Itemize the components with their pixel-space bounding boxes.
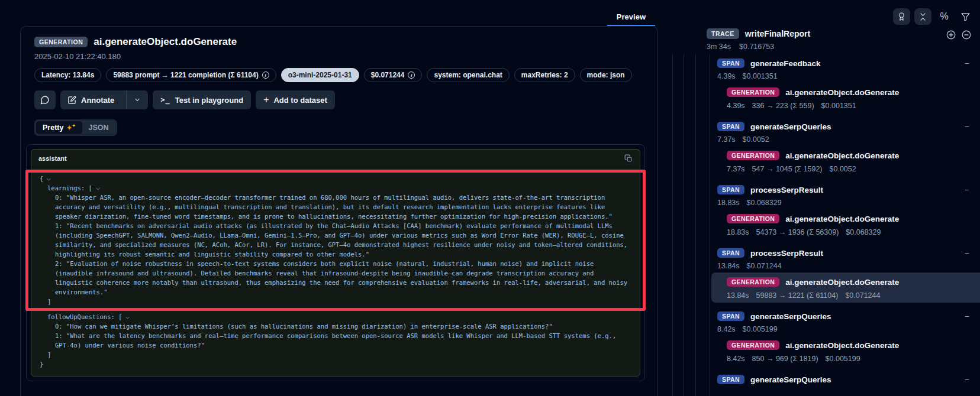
metadata-badge-label: system: openai.chat (434, 71, 502, 79)
add-to-dataset-button[interactable]: + Add to dataset (256, 90, 335, 109)
span-cost: $0.005199 (743, 325, 778, 333)
generation-row: GENERATIONai.generateObject.doGenerate (669, 85, 980, 100)
json-output: {learnings: [0: "Whisper ASR, an open-so… (31, 166, 640, 376)
span-cost: $0.001351 (743, 72, 778, 80)
filter-icon (960, 12, 971, 22)
assistant-message: assistant {learnings: [0: "Whisper ASR, … (31, 149, 640, 376)
generation-type-badge: GENERATION (727, 87, 779, 97)
metadata-badge-label: $0.071244 (371, 71, 405, 79)
expand-all-icon[interactable] (946, 30, 956, 40)
collapse-chevron-icon[interactable] (47, 177, 51, 181)
test-in-playground-button[interactable]: >_ Test in playground (153, 90, 251, 109)
metadata-badge[interactable]: mode: json (580, 68, 632, 82)
tree-group: SPANgenerateSerpQueries− (669, 372, 980, 387)
collapse-icon[interactable] (961, 30, 972, 40)
metadata-badge[interactable]: 59883 prompt → 1221 completion (Σ 61104)… (106, 68, 276, 82)
tree-item-span[interactable]: SPANgenerateSerpQueries− (669, 119, 980, 134)
span-stats: 18.83s$0.068329 (669, 197, 980, 208)
tree-item-generation[interactable]: GENERATIONai.generateObject.doGenerate8.… (669, 335, 980, 365)
tree-item-span[interactable]: SPANgenerateSerpQueries− (669, 309, 980, 324)
tree-item-generation[interactable]: GENERATIONai.generateObject.doGenerate7.… (669, 145, 980, 175)
collapse-chevron-icon[interactable] (125, 315, 130, 319)
chevron-down-icon (134, 96, 141, 103)
metadata-badge[interactable]: o3-mini-2025-01-31 (281, 68, 359, 82)
json-line-text: learnings: [ (47, 184, 92, 191)
metadata-badge[interactable]: $0.071244i (364, 68, 423, 82)
sidebar-toolbar: % (893, 8, 974, 25)
metadata-badge-label: mode: json (587, 71, 625, 79)
observation-tree: SPANgenerateFeedback−4.39s$0.001351GENER… (669, 56, 980, 394)
tree-group: SPANprocessSerpResult−13.84s$0.071244GEN… (669, 245, 980, 301)
collapse-all-button[interactable] (914, 8, 931, 25)
collapse-minus-icon[interactable]: − (965, 122, 969, 131)
span-name: generateFeedback (750, 59, 821, 68)
tree-item-generation[interactable]: GENERATIONai.generateObject.doGenerate4.… (669, 82, 980, 112)
generation-row: GENERATIONai.generateObject.doGenerate (669, 211, 980, 226)
metadata-badge[interactable]: system: openai.chat (427, 68, 509, 82)
observation-type-badge: GENERATION (34, 37, 88, 47)
view-toggle-json[interactable]: JSON (82, 121, 115, 134)
collapse-minus-icon[interactable]: − (965, 59, 969, 68)
annotate-dropdown[interactable] (126, 90, 148, 109)
metrics-toggle-button[interactable]: % (936, 8, 953, 25)
metadata-badge[interactable]: Latency: 13.84s (34, 68, 101, 82)
tree-item-span[interactable]: SPANgenerateFeedback− (669, 56, 980, 71)
generation-cost: $0.005199 (826, 355, 860, 363)
collapse-minus-icon[interactable]: − (965, 248, 969, 258)
span-name: processSerpResult (750, 249, 823, 258)
collapse-minus-icon[interactable]: − (965, 185, 969, 194)
generation-row: GENERATIONai.generateObject.doGenerate (669, 337, 980, 353)
json-line: learnings: [ (40, 183, 631, 193)
generation-cost: $0.0052 (830, 165, 856, 173)
generation-stats: 13.84s59883 → 1221 (Σ 61104)$0.071244 (669, 290, 980, 301)
tab-preview[interactable]: Preview (607, 10, 655, 26)
tree-group: SPANgenerateFeedback−4.39s$0.001351GENER… (669, 56, 980, 112)
tree-item-generation[interactable]: GENERATIONai.generateObject.doGenerate13… (669, 271, 980, 301)
generation-stats: 7.37s547 → 1045 (Σ 1592)$0.0052 (669, 163, 980, 175)
comment-button[interactable] (34, 90, 56, 109)
filter-button[interactable] (957, 8, 974, 25)
plus-icon: + (263, 95, 269, 105)
tree-item-generation[interactable]: GENERATIONai.generateObject.doGenerate18… (669, 208, 980, 238)
span-duration: 13.84s (717, 262, 740, 270)
generation-stats: 8.42s850 → 969 (Σ 1819)$0.005199 (669, 353, 980, 365)
metadata-badge-label: Latency: 13.84s (41, 71, 94, 79)
collapse-minus-icon[interactable]: − (965, 311, 969, 321)
span-name: generateSerpQueries (750, 122, 831, 131)
view-toggle-pretty[interactable]: Pretty✦ (36, 121, 82, 134)
copy-button[interactable] (624, 154, 633, 163)
annotate-button[interactable]: Annotate (60, 90, 148, 109)
scores-button[interactable] (893, 8, 910, 25)
span-name: generateSerpQueries (750, 375, 831, 384)
annotate-label: Annotate (81, 96, 114, 105)
generation-tokens: 336 → 223 (Σ 559) (752, 102, 814, 110)
tree-item-span[interactable]: SPANprocessSerpResult− (669, 182, 980, 197)
span-name: processSerpResult (750, 186, 823, 194)
generation-cost: $0.071244 (845, 291, 880, 300)
json-line-text: ] (47, 298, 51, 305)
span-type-badge: SPAN (717, 122, 744, 131)
tree-item-span[interactable]: SPANgenerateSerpQueries− (669, 372, 980, 387)
generation-name: ai.generateObject.doGenerate (785, 341, 899, 350)
trace-name: writeFinalReport (745, 29, 810, 38)
generation-name: ai.generateObject.doGenerate (785, 278, 899, 287)
generation-name: ai.generateObject.doGenerate (785, 151, 899, 160)
comment-icon (40, 95, 50, 105)
edit-icon (67, 96, 76, 105)
span-cost: $0.0052 (743, 135, 769, 144)
json-line: } (40, 359, 631, 369)
generation-row: GENERATIONai.generateObject.doGenerate (669, 274, 980, 290)
generation-type-badge: GENERATION (727, 151, 779, 160)
metadata-badges: Latency: 13.84s59883 prompt → 1221 compl… (34, 68, 644, 82)
tree-item-span[interactable]: SPANprocessSerpResult− (669, 245, 980, 261)
generation-name: ai.generateObject.doGenerate (785, 88, 899, 97)
screen: Preview GENERATION ai.generateObject.doG… (0, 0, 980, 396)
span-duration: 8.42s (717, 325, 736, 333)
trace-header[interactable]: TRACE writeFinalReport 3m 34s $0.716753 (707, 28, 810, 51)
span-type-badge: SPAN (717, 59, 744, 68)
collapse-minus-icon[interactable]: − (965, 375, 969, 384)
json-line-text: { (40, 175, 43, 182)
collapse-chevron-icon[interactable] (96, 186, 100, 190)
add-to-dataset-label: Add to dataset (273, 96, 327, 105)
metadata-badge[interactable]: maxRetries: 2 (514, 68, 575, 82)
